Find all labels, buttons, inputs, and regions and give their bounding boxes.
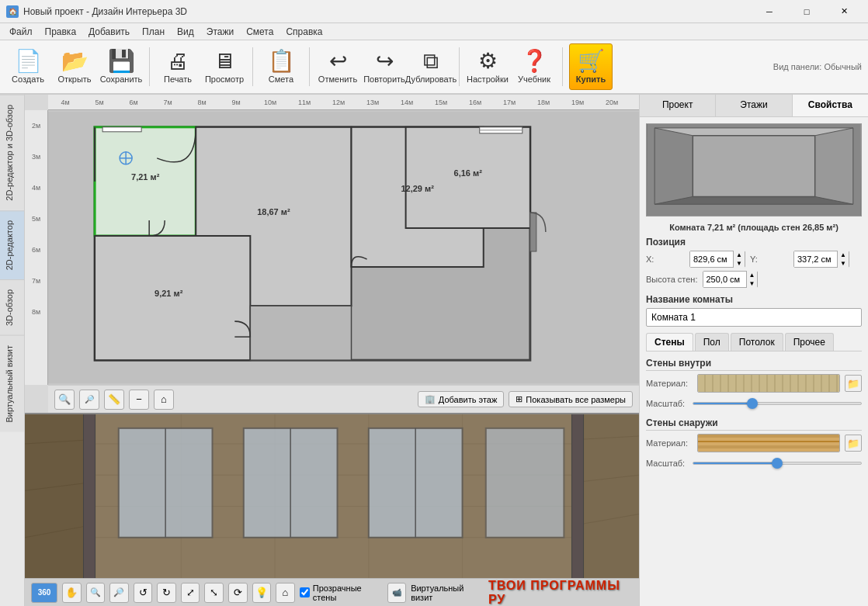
ruler-mark: 20м [595,99,629,106]
walls-inside-slider-thumb[interactable] [747,398,758,409]
room1-rect[interactable] [95,127,196,236]
3d-view-area[interactable]: 360 ✋ 🔍 🔎 ↺ ↻ ⤢ ⤡ ⟳ 💡 ⌂ Прозрачные стены… [25,413,639,606]
rotate-ccw-button[interactable]: ↺ [134,583,153,603]
height-spinbox[interactable]: ▲ ▼ [703,271,759,288]
buy-button[interactable]: 🛒 Купить [569,43,613,90]
menu-help[interactable]: Справка [279,25,328,39]
add-floor-button[interactable]: 🏢 Добавить этаж [418,391,504,407]
inner-tab-ceiling[interactable]: Потолок [731,333,783,351]
open-button[interactable]: 📂 Открыть [53,43,96,90]
preview-button[interactable]: 🖥 Просмотр [203,43,246,90]
inner-tab-floor[interactable]: Пол [695,333,729,351]
reset-view-button[interactable]: ⟳ [228,583,248,603]
home-3d-button[interactable]: ⌂ [276,583,295,603]
rotate-cw-button[interactable]: ↻ [157,583,176,603]
undo-button[interactable]: ↩ Отменить [316,43,359,90]
tab-floors[interactable]: Этажи [716,95,792,116]
room5-rect[interactable] [95,236,250,360]
menu-plan[interactable]: План [136,25,171,39]
walls-outside-material-preview[interactable] [697,434,840,452]
room4-rect[interactable] [406,127,530,228]
duplicate-button[interactable]: ⧉ Дублировать [409,43,453,90]
minimize-button[interactable]: ─ [752,0,787,23]
virtual-visit-label: Виртуальный визит [411,583,484,602]
room-preview-svg [647,124,861,216]
y-down-button[interactable]: ▼ [838,259,849,268]
maximize-button[interactable]: □ [789,0,825,23]
menu-floors[interactable]: Этажи [200,25,240,39]
floorplan-canvas[interactable]: 7,21 м² 18,67 м² 12,29 м² 6,16 м² 9,21 м… [48,110,639,385]
ruler-left: 2м 3м 4м 5м 6м 7м 8м [25,110,48,385]
height-up-button[interactable]: ▲ [747,271,758,279]
room4-label: 6,16 м² [454,168,483,178]
inner-tab-walls[interactable]: Стены [646,333,693,351]
buy-label: Купить [576,74,606,84]
floorplan-svg[interactable]: 7,21 м² 18,67 м² 12,29 м² 6,16 м² 9,21 м… [48,110,639,385]
height-input[interactable] [703,272,746,287]
measure-button[interactable]: 📏 [104,390,124,410]
sidebar-tab-virtual[interactable]: Виртуальный визит [0,335,24,432]
y-up-button[interactable]: ▲ [838,251,849,259]
360-button[interactable]: 360 [31,583,57,603]
transparent-walls-input[interactable] [300,587,310,597]
tilt-button[interactable]: ⤡ [204,583,224,603]
separator-3 [309,47,310,86]
save-button[interactable]: 💾 Сохранить [99,43,143,90]
sidebar-tab-3d[interactable]: 3D-обзор [0,279,24,335]
menu-estimate[interactable]: Смета [240,25,279,39]
walls-inside-material-folder-button[interactable]: 📁 [845,375,862,392]
zoom-out-button[interactable]: 🔍 [54,390,75,410]
y-input[interactable] [794,251,837,267]
undo-label: Отменить [318,74,357,84]
move-button[interactable]: ⤢ [181,583,200,603]
sidebar-tab-2d[interactable]: 2D-редактор [0,210,24,279]
panel-view-label: Вид панели: Обычный [773,62,862,71]
redo-button[interactable]: ↪ Повторить [363,43,406,90]
video-button[interactable]: 📹 [387,583,407,603]
room5-label: 9,21 м² [155,289,183,298]
x-spinbox[interactable]: ▲ ▼ [689,251,745,268]
height-down-button[interactable]: ▼ [747,279,758,288]
inner-tab-other[interactable]: Прочее [785,333,834,351]
3d-zoom-out-button[interactable]: 🔍 [86,583,106,603]
light-button[interactable]: 💡 [252,583,272,603]
zoom-in-button[interactable]: 🔎 [79,390,99,410]
menu-view[interactable]: Вид [171,25,200,39]
walls-inside-scale-slider[interactable] [693,396,862,411]
transparent-walls-checkbox[interactable]: Прозрачные стены [300,583,383,602]
room-name-input[interactable] [646,308,862,327]
walls-outside-material-folder-button[interactable]: 📁 [845,435,862,452]
menu-add[interactable]: Добавить [82,25,136,39]
y-spinbox[interactable]: ▲ ▼ [793,251,849,268]
svg-rect-11 [530,213,536,251]
home-fp-button[interactable]: ⌂ [154,390,174,410]
left-sidebar: 2D-редактор и 3D-обзор 2D-редактор 3D-об… [0,95,25,606]
minus-button[interactable]: − [129,390,149,410]
create-button[interactable]: 📄 Создать [6,43,50,90]
hand-tool-button[interactable]: ✋ [62,583,82,603]
tab-project[interactable]: Проект [640,95,716,116]
floorplan-area: 4м 5м 6м 7м 8м 9м 10м 11м 12м 13м 14м 15… [25,95,639,413]
x-up-button[interactable]: ▲ [734,251,745,259]
3d-zoom-in-button[interactable]: 🔎 [109,583,129,603]
menu-bar: Файл Правка Добавить План Вид Этажи Смет… [0,23,868,40]
help-button[interactable]: ❓ Учебник [512,43,556,90]
redo-label: Повторить [363,74,405,84]
walls-outside-slider-thumb[interactable] [772,458,783,469]
menu-file[interactable]: Файл [3,25,39,39]
settings-button[interactable]: ⚙ Настройки [466,43,509,90]
x-down-button[interactable]: ▼ [734,259,745,268]
show-sizes-button[interactable]: ⊞ Показывать все размеры [509,391,633,407]
add-floor-icon: 🏢 [425,394,436,404]
close-button[interactable]: ✕ [826,0,862,23]
estimate-button[interactable]: 📋 Смета [259,43,303,90]
walls-outside-scale-slider[interactable] [693,455,862,471]
menu-edit[interactable]: Правка [39,25,83,39]
walls-inside-section: Стены внутри Материал: 📁 Масштаб: [646,358,862,411]
x-input[interactable] [690,251,733,267]
walls-inside-material-preview[interactable] [697,374,840,393]
3d-scene [25,414,639,606]
sidebar-tab-2d3d[interactable]: 2D-редактор и 3D-обзор [0,95,24,210]
print-button[interactable]: 🖨 Печать [156,43,200,90]
tab-properties[interactable]: Свойства [793,95,868,116]
